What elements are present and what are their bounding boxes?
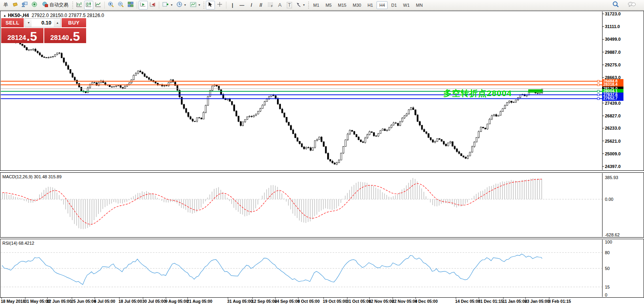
line-chart-button[interactable] <box>94 1 103 9</box>
annotation-text[interactable]: 多空转折点28004 <box>443 88 512 99</box>
timeframe-button-m30[interactable]: M30 <box>350 1 364 9</box>
timeframe-button-m5[interactable]: M5 <box>323 1 334 9</box>
timeframe-button-m15[interactable]: M15 <box>335 1 349 9</box>
chart-shift-icon <box>150 2 156 8</box>
text-tool-icon: A <box>278 2 282 8</box>
toolbar-grip <box>308 2 309 9</box>
channel-icon: // <box>260 2 262 8</box>
ohlc-values: 27922.0 28150.0 27877.5 28126.0 <box>32 13 104 18</box>
toolbar-separator <box>104 2 105 9</box>
toolbar-separator <box>137 2 137 9</box>
buy-price-frac: .5 <box>70 31 80 42</box>
crosshair-button[interactable] <box>215 1 224 9</box>
vertical-line-icon: | <box>232 2 233 8</box>
clock-icon <box>177 2 182 8</box>
svg-text:F: F <box>271 5 273 7</box>
vertical-line-button[interactable]: | <box>228 1 237 9</box>
volume-value[interactable]: 0.10 <box>32 19 54 27</box>
rsi-panel[interactable] <box>0 239 644 298</box>
arrows-tool-icon <box>296 2 301 8</box>
chart-shift-button[interactable] <box>148 1 157 9</box>
volume-increase-button[interactable]: ▲ <box>54 19 60 27</box>
bar-chart-button[interactable] <box>75 1 84 9</box>
arrows-tool-button[interactable]: ▼ <box>294 1 307 9</box>
templates-button[interactable]: ▼ <box>188 1 202 9</box>
zoom-out-button[interactable] <box>116 1 126 9</box>
auto-trading-icon <box>42 2 48 8</box>
time-axis-label: 19 Oct 05:00 <box>323 299 347 304</box>
timeframe-button-w1[interactable]: W1 <box>400 1 412 9</box>
template-icon <box>190 2 196 8</box>
indicators-button[interactable]: ▼ <box>161 1 175 9</box>
toolbar-separator <box>226 2 226 9</box>
auto-scroll-button[interactable] <box>139 1 148 9</box>
bar-chart-icon <box>76 2 82 8</box>
collapse-arrow-icon[interactable]: ▲ <box>3 14 6 17</box>
text-tool-button[interactable]: A <box>275 1 284 9</box>
price-chart-panel[interactable] <box>0 11 644 171</box>
zoom-in-button[interactable] <box>106 1 116 9</box>
dropdown-caret-icon: ▼ <box>184 4 186 6</box>
new-order-label: 单 <box>4 2 8 8</box>
trendline-button[interactable]: / <box>247 1 256 9</box>
label-tool-button[interactable]: T <box>285 1 294 9</box>
tile-windows-button[interactable] <box>126 1 135 9</box>
search-button[interactable] <box>611 1 621 9</box>
toolbar: 单 自动交易 ▼ ▼ <box>0 0 644 10</box>
timeframe-button-d1[interactable]: D1 <box>388 1 399 9</box>
candlestick-icon <box>86 2 92 8</box>
time-axis-label: 21 Aug 05:00 <box>187 299 212 304</box>
horizontal-line-button[interactable]: — <box>237 1 247 9</box>
new-chart-button[interactable] <box>11 1 20 9</box>
channel-button[interactable]: // <box>256 1 266 9</box>
sell-price-box[interactable]: 28124 .5 <box>1 28 43 43</box>
horizontal-line-icon: — <box>239 2 244 8</box>
time-axis-label: 12 Sep 05:00 <box>252 299 277 304</box>
toolbar-right <box>611 1 637 9</box>
label-tool-icon: T <box>287 2 292 8</box>
periods-button[interactable]: ▼ <box>175 1 188 9</box>
rsi-label: RSI(14) 68.4212 <box>2 241 34 245</box>
new-order-button[interactable]: 单 <box>1 1 10 9</box>
one-click-trading-panel: SELL ▼ 0.10 ▲ BUY 28124 .5 28140 .5 <box>1 18 86 43</box>
time-axis-label: 31 Dec 01:15 <box>478 299 503 304</box>
timeframe-button-h1[interactable]: H1 <box>365 1 376 9</box>
time-axis-label: 14 Dec 05:00 <box>455 299 480 304</box>
macd-panel[interactable] <box>0 172 644 238</box>
time-axis-label: 23 Jan 05:00 <box>525 299 549 304</box>
trendline-icon: / <box>251 2 252 8</box>
time-axis-label: 31 May 05:00 <box>24 299 50 304</box>
buy-button[interactable]: BUY <box>62 18 86 27</box>
chat-button[interactable] <box>626 1 637 9</box>
buy-price-box[interactable]: 28140 .5 <box>44 28 87 43</box>
dropdown-caret-icon: ▼ <box>198 4 201 6</box>
cursor-button[interactable] <box>206 1 215 9</box>
cursor-icon <box>208 2 213 8</box>
auto-trading-label: 自动交易 <box>49 2 68 8</box>
fibonacci-button[interactable]: F <box>266 1 275 9</box>
sell-button[interactable]: SELL <box>1 18 24 27</box>
time-axis-label: 18 Jul 05:00 <box>119 299 142 304</box>
time-axis-label: 22 Nov 05:00 <box>392 299 417 304</box>
timeframe-button-mn[interactable]: MN <box>413 1 426 9</box>
zoom-out-icon <box>118 2 124 9</box>
auto-trading-button[interactable]: 自动交易 <box>39 1 71 9</box>
dropdown-caret-icon: ▼ <box>170 4 173 6</box>
time-axis-label: 6 Jul 05:00 <box>94 299 115 304</box>
toolbar-separator <box>159 2 159 9</box>
candlestick-chart-button[interactable] <box>84 1 93 9</box>
time-axis-label: 24 Sep 05:00 <box>275 299 300 304</box>
sell-price-frac: .5 <box>26 31 37 42</box>
chat-icon <box>628 2 636 9</box>
signals-button[interactable] <box>30 1 39 9</box>
timeframe-button-m1[interactable]: M1 <box>311 1 322 9</box>
profiles-button[interactable] <box>20 1 29 9</box>
time-axis-label: 12 Nov 05:00 <box>369 299 394 304</box>
time-axis-label: 11 Jan 05:00 <box>503 299 527 304</box>
timeframe-button-h4[interactable]: H4 <box>377 1 388 9</box>
time-axis-label: 30 Jul 05:00 <box>142 299 166 304</box>
crosshair-icon <box>217 2 222 8</box>
chart-title: ▲HK50-,H4 27922.0 28150.0 27877.5 28126.… <box>3 13 104 18</box>
sell-price: 28124 <box>8 34 26 42</box>
volume-decrease-button[interactable]: ▼ <box>25 19 32 27</box>
